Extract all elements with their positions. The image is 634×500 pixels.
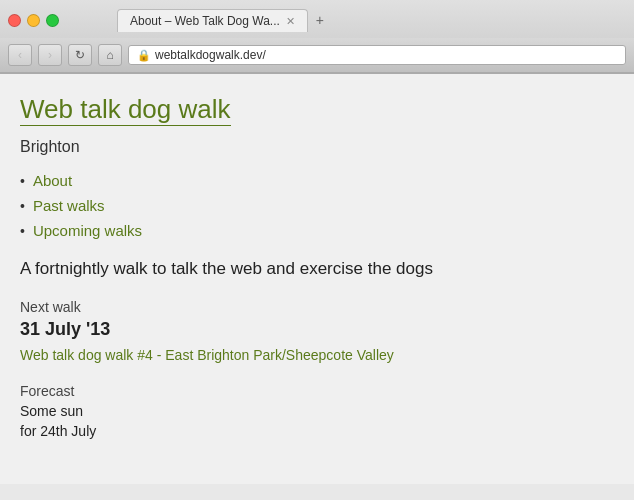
site-title-link[interactable]: Web talk dog walk — [20, 94, 231, 126]
reload-button[interactable]: ↻ — [68, 44, 92, 66]
forecast-value: Some sun — [20, 403, 614, 419]
address-lock-icon: 🔒 — [137, 49, 151, 62]
location-text: Brighton — [20, 138, 614, 156]
past-walks-link[interactable]: Past walks — [33, 197, 105, 214]
address-bar[interactable]: 🔒 webtalkdogwalk.dev/ — [128, 45, 626, 65]
reload-icon: ↻ — [75, 48, 85, 62]
back-icon: ‹ — [18, 48, 22, 62]
next-walk-link[interactable]: Web talk dog walk #4 - East Brighton Par… — [20, 347, 394, 363]
forward-icon: › — [48, 48, 52, 62]
minimize-button[interactable] — [27, 14, 40, 27]
next-walk-label: Next walk — [20, 299, 614, 315]
home-button[interactable]: ⌂ — [98, 44, 122, 66]
list-item: Upcoming walks — [20, 222, 614, 239]
list-item: Past walks — [20, 197, 614, 214]
page-content: Web talk dog walk Brighton About Past wa… — [0, 74, 634, 484]
address-text: webtalkdogwalk.dev/ — [155, 48, 266, 62]
tab-bar: About – Web Talk Dog Wa... ✕ + — [109, 8, 340, 32]
tab-close-icon[interactable]: ✕ — [286, 15, 295, 28]
about-link[interactable]: About — [33, 172, 72, 189]
list-item: About — [20, 172, 614, 189]
close-button[interactable] — [8, 14, 21, 27]
window-chrome: About – Web Talk Dog Wa... ✕ + ‹ › ↻ ⌂ 🔒… — [0, 0, 634, 74]
forward-button[interactable]: › — [38, 44, 62, 66]
traffic-lights — [8, 14, 59, 27]
title-bar: About – Web Talk Dog Wa... ✕ + — [0, 8, 634, 38]
new-tab-button[interactable]: + — [308, 8, 332, 32]
upcoming-walks-link[interactable]: Upcoming walks — [33, 222, 142, 239]
forecast-label: Forecast — [20, 383, 614, 399]
next-walk-date: 31 July '13 — [20, 319, 614, 340]
navigation-list: About Past walks Upcoming walks — [20, 172, 614, 239]
maximize-button[interactable] — [46, 14, 59, 27]
browser-tab[interactable]: About – Web Talk Dog Wa... ✕ — [117, 9, 308, 32]
nav-bar: ‹ › ↻ ⌂ 🔒 webtalkdogwalk.dev/ — [0, 38, 634, 73]
tagline-text: A fortnightly walk to talk the web and e… — [20, 259, 614, 279]
forecast-date: for 24th July — [20, 423, 614, 439]
tab-title: About – Web Talk Dog Wa... — [130, 14, 280, 28]
home-icon: ⌂ — [106, 48, 113, 62]
back-button[interactable]: ‹ — [8, 44, 32, 66]
